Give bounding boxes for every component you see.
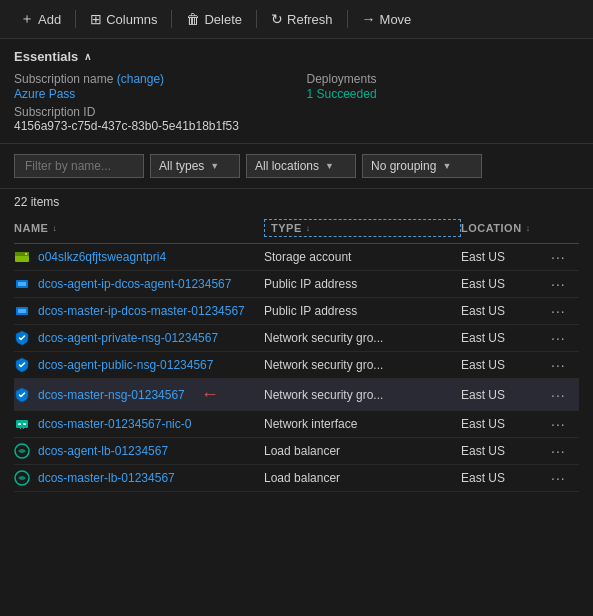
- subscription-id-block: Subscription ID 4156a973-c75d-437c-83b0-…: [14, 105, 579, 133]
- filter-type-select[interactable]: All types ▼: [150, 154, 240, 178]
- row-type-cell: Public IP address: [264, 277, 461, 291]
- nic-icon: [14, 416, 30, 432]
- col-location-header[interactable]: LOCATION ↓: [461, 219, 551, 237]
- row-name-cell: dcos-agent-private-nsg-01234567: [14, 330, 264, 346]
- row-location-cell: East US: [461, 358, 551, 372]
- deployments-label: Deployments: [307, 72, 580, 86]
- row-type-cell: Network interface: [264, 417, 461, 431]
- add-icon: ＋: [20, 10, 34, 28]
- row-more-button[interactable]: ···: [551, 303, 579, 319]
- row-name-cell: dcos-master-ip-dcos-master-01234567: [14, 303, 264, 319]
- subscription-id-value: 4156a973-c75d-437c-83b0-5e41b18b1f53: [14, 119, 579, 133]
- essentials-collapse-icon[interactable]: ∧: [84, 51, 91, 62]
- essentials-title: Essentials: [14, 49, 78, 64]
- filter-grouping-select[interactable]: No grouping ▼: [362, 154, 482, 178]
- storage-icon: [14, 249, 30, 265]
- row-location-cell: East US: [461, 471, 551, 485]
- divider-4: [347, 10, 348, 28]
- row-name-cell: dcos-agent-public-nsg-01234567: [14, 357, 264, 373]
- table-row: dcos-agent-ip-dcos-agent-01234567 Public…: [14, 271, 579, 298]
- row-type-cell: Public IP address: [264, 304, 461, 318]
- row-type-cell: Network security gro...: [264, 331, 461, 345]
- row-more-button[interactable]: ···: [551, 357, 579, 373]
- filter-location-select[interactable]: All locations ▼: [246, 154, 356, 178]
- items-count: 22 items: [0, 189, 593, 213]
- deployments-value[interactable]: 1 Succeeded: [307, 87, 377, 101]
- lb-icon: [14, 470, 30, 486]
- svg-point-2: [25, 253, 27, 255]
- svg-rect-11: [23, 426, 24, 429]
- table-body: o04slkz6qfjtsweagntpri4 Storage account …: [14, 244, 579, 492]
- row-more-button[interactable]: ···: [551, 443, 579, 459]
- row-resource-link[interactable]: dcos-agent-private-nsg-01234567: [38, 331, 218, 345]
- move-button[interactable]: → Move: [354, 7, 420, 31]
- change-link[interactable]: (change): [117, 72, 164, 86]
- nsg-icon: [14, 330, 30, 346]
- row-resource-link[interactable]: dcos-agent-public-nsg-01234567: [38, 358, 213, 372]
- subscription-id-label: Subscription ID: [14, 105, 579, 119]
- row-resource-link[interactable]: o04slkz6qfjtsweagntpri4: [38, 250, 166, 264]
- row-type-cell: Network security gro...: [264, 358, 461, 372]
- filter-location-chevron-icon: ▼: [325, 161, 334, 171]
- filter-type-chevron-icon: ▼: [210, 161, 219, 171]
- filter-grouping-label: No grouping: [371, 159, 436, 173]
- nsg-icon: [14, 357, 30, 373]
- type-sort-icon: ↓: [306, 223, 311, 233]
- row-resource-link[interactable]: dcos-agent-ip-dcos-agent-01234567: [38, 277, 231, 291]
- row-more-button[interactable]: ···: [551, 276, 579, 292]
- row-location-cell: East US: [461, 444, 551, 458]
- row-resource-link[interactable]: dcos-master-01234567-nic-0: [38, 417, 191, 431]
- pip-icon: [14, 276, 30, 292]
- row-type-cell: Load balancer: [264, 471, 461, 485]
- nsg-icon: [14, 387, 30, 403]
- toolbar: ＋ Add ⊞ Columns 🗑 Delete ↻ Refresh → Mov…: [0, 0, 593, 39]
- row-location-cell: East US: [461, 304, 551, 318]
- row-resource-link[interactable]: dcos-master-ip-dcos-master-01234567: [38, 304, 245, 318]
- row-name-cell: dcos-master-01234567-nic-0: [14, 416, 264, 432]
- refresh-label: Refresh: [287, 12, 333, 27]
- filter-grouping-chevron-icon: ▼: [442, 161, 451, 171]
- deployments-block: Deployments 1 Succeeded: [307, 72, 580, 101]
- name-sort-icon: ↓: [52, 223, 57, 233]
- row-resource-link[interactable]: dcos-agent-lb-01234567: [38, 444, 168, 458]
- row-resource-link[interactable]: dcos-master-nsg-01234567: [38, 388, 185, 402]
- svg-rect-6: [18, 309, 26, 313]
- row-more-button[interactable]: ···: [551, 416, 579, 432]
- row-more-button[interactable]: ···: [551, 330, 579, 346]
- row-location-cell: East US: [461, 250, 551, 264]
- move-label: Move: [380, 12, 412, 27]
- row-resource-link[interactable]: dcos-master-lb-01234567: [38, 471, 175, 485]
- subscription-name-value[interactable]: Azure Pass: [14, 87, 75, 101]
- subscription-name-block: Subscription name (change) Azure Pass: [14, 72, 287, 101]
- resource-table: NAME ↓ TYPE ↓ LOCATION ↓ o04slkz6qfjtswe…: [0, 213, 593, 492]
- arrow-indicator: ←: [201, 384, 219, 405]
- columns-label: Columns: [106, 12, 157, 27]
- row-more-button[interactable]: ···: [551, 387, 579, 403]
- col-name-header[interactable]: NAME ↓: [14, 219, 264, 237]
- filter-bar: All types ▼ All locations ▼ No grouping …: [0, 144, 593, 189]
- col-type-header[interactable]: TYPE ↓: [264, 219, 461, 237]
- row-name-cell: dcos-agent-lb-01234567: [14, 443, 264, 459]
- table-row: dcos-master-01234567-nic-0 Network inter…: [14, 411, 579, 438]
- row-name-cell: dcos-master-nsg-01234567 ←: [14, 384, 264, 405]
- location-sort-icon: ↓: [526, 223, 531, 233]
- divider-3: [256, 10, 257, 28]
- row-location-cell: East US: [461, 331, 551, 345]
- refresh-button[interactable]: ↻ Refresh: [263, 7, 341, 31]
- add-label: Add: [38, 12, 61, 27]
- move-icon: →: [362, 11, 376, 27]
- row-location-cell: East US: [461, 388, 551, 402]
- lb-icon: [14, 443, 30, 459]
- add-button[interactable]: ＋ Add: [12, 6, 69, 32]
- pip-icon: [14, 303, 30, 319]
- columns-button[interactable]: ⊞ Columns: [82, 7, 165, 31]
- row-more-button[interactable]: ···: [551, 470, 579, 486]
- filter-name-input[interactable]: [14, 154, 144, 178]
- row-type-cell: Storage account: [264, 250, 461, 264]
- filter-location-label: All locations: [255, 159, 319, 173]
- delete-button[interactable]: 🗑 Delete: [178, 7, 250, 31]
- row-name-cell: dcos-agent-ip-dcos-agent-01234567: [14, 276, 264, 292]
- row-type-cell: Load balancer: [264, 444, 461, 458]
- divider-1: [75, 10, 76, 28]
- row-more-button[interactable]: ···: [551, 249, 579, 265]
